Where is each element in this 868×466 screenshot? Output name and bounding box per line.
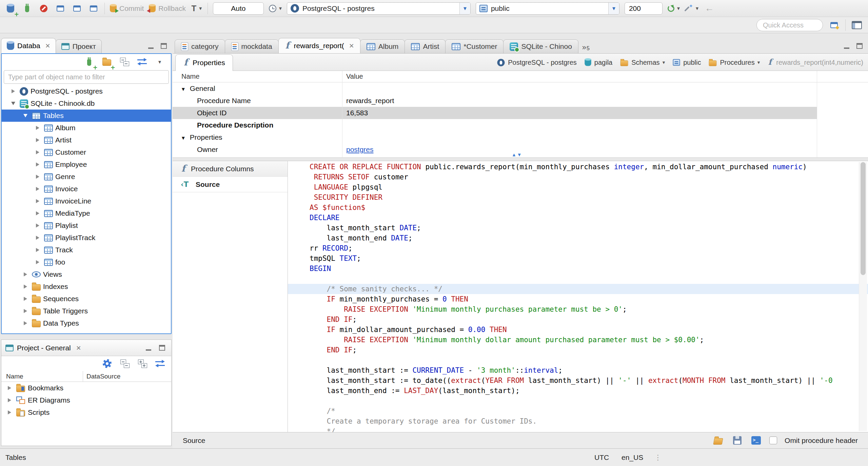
new-folder-button[interactable]: + xyxy=(101,55,113,69)
expand-arrow-icon[interactable] xyxy=(21,270,29,278)
active-connection-combo[interactable]: PostgreSQL - postgres xyxy=(287,2,471,15)
load-from-file-button[interactable] xyxy=(712,434,724,447)
editor-tab-customer[interactable]: *Customer xyxy=(445,39,504,53)
schema-dropdown-button[interactable] xyxy=(608,3,619,14)
collapse-all-button[interactable] xyxy=(119,357,131,370)
rollback-button[interactable]: Rollback xyxy=(149,2,186,15)
status-timezone[interactable]: UTC xyxy=(594,453,609,462)
connect-to-database-button[interactable]: + xyxy=(83,55,95,69)
minimize-button[interactable] xyxy=(842,42,852,51)
tree-item-data-types[interactable]: Data Types xyxy=(2,317,171,329)
expand-arrow-icon[interactable] xyxy=(34,246,42,254)
expand-arrow-icon[interactable] xyxy=(34,136,42,144)
new-sql-editor-button[interactable] xyxy=(55,2,66,15)
object-filter-input[interactable] xyxy=(4,70,169,84)
tree-item-track[interactable]: Track xyxy=(2,244,171,256)
commit-button[interactable]: Commit xyxy=(110,2,144,15)
grid-column-value[interactable]: Value xyxy=(342,73,363,80)
expand-arrow-icon[interactable] xyxy=(34,185,42,193)
open-in-sql-console-button[interactable] xyxy=(750,434,762,447)
new-connection-button[interactable]: + xyxy=(5,2,16,15)
expand-arrow-icon[interactable] xyxy=(21,307,29,315)
tree-item-table-triggers[interactable]: Table Triggers xyxy=(2,305,171,317)
tree-item-foo[interactable]: foo xyxy=(2,256,171,268)
breadcrumb-item-schemas[interactable]: Schemas▾ xyxy=(620,58,665,66)
tree-item-sqlite-chinook-db[interactable]: SQLite - Chinook.db xyxy=(2,97,171,110)
link-with-editor-button[interactable] xyxy=(136,55,148,69)
grid-column-name[interactable]: Name xyxy=(173,73,342,80)
collapse-arrow-icon[interactable] xyxy=(9,99,17,108)
editor-tab-rewards-report[interactable]: rewards_report( xyxy=(278,38,360,53)
link-with-editor-button[interactable] xyxy=(154,357,166,370)
transaction-mode-button[interactable]: T xyxy=(191,2,202,15)
minimize-button[interactable] xyxy=(146,42,156,51)
scrollbar-thumb[interactable] xyxy=(861,162,866,275)
tree-item-invoiceline[interactable]: InvoiceLine xyxy=(2,195,171,207)
tree-item-employee[interactable]: Employee xyxy=(2,158,171,171)
editor-tab-sqlite-chinoo[interactable]: SQLite - Chinoo xyxy=(503,39,578,53)
omit-procedure-header-label[interactable]: Omit procedure header xyxy=(785,436,858,445)
project-item-scripts[interactable]: Scripts xyxy=(1,406,171,419)
project-item-er-diagrams[interactable]: ER Diagrams xyxy=(1,394,171,406)
panel-sash-control[interactable]: ▲▼ xyxy=(512,152,522,157)
expand-arrow-icon[interactable] xyxy=(5,396,14,404)
tree-item-customer[interactable]: Customer xyxy=(2,146,171,158)
close-tab-icon[interactable] xyxy=(349,42,354,50)
tab-properties[interactable]: Properties xyxy=(175,54,233,71)
expand-arrow-icon[interactable] xyxy=(34,124,42,132)
auto-commit-selector[interactable]: Auto xyxy=(213,2,264,15)
editor-tab-album[interactable]: Album xyxy=(360,39,405,53)
maximize-button[interactable] xyxy=(854,42,865,51)
collapse-arrow-icon[interactable] xyxy=(181,133,186,141)
perspective-button[interactable] xyxy=(851,18,863,32)
tree-item-album[interactable]: Album xyxy=(2,122,171,134)
save-to-file-button[interactable] xyxy=(731,434,743,447)
property-row-procedure-name[interactable]: Procedure Namerewards_report xyxy=(173,95,868,107)
expand-all-button[interactable] xyxy=(137,357,148,370)
editor-tab-category[interactable]: category xyxy=(175,39,225,53)
breadcrumb-item-public[interactable]: public xyxy=(672,59,701,66)
view-menu-button[interactable] xyxy=(154,55,165,69)
minimize-button[interactable] xyxy=(143,344,154,352)
column-header-name[interactable]: Name xyxy=(1,373,23,380)
column-divider[interactable] xyxy=(342,71,342,157)
expand-arrow-icon[interactable] xyxy=(34,258,42,266)
property-row-procedure-description[interactable]: Procedure Description xyxy=(173,119,868,131)
tree-item-genre[interactable]: Genre xyxy=(2,171,171,183)
collapse-arrow-icon[interactable] xyxy=(21,112,29,120)
editor-tab-artist[interactable]: Artist xyxy=(405,39,446,53)
tree-item-playlisttrack[interactable]: PlaylistTrack xyxy=(2,232,171,244)
editor-tab-mockdata[interactable]: mockdata xyxy=(225,39,279,53)
status-locale[interactable]: en_US xyxy=(622,453,643,462)
property-row-general[interactable]: General xyxy=(173,82,868,95)
tab-database-navigator[interactable]: Databa xyxy=(1,38,56,53)
breadcrumb-item-postgresql-postgres[interactable]: PostgreSQL - postgres xyxy=(497,58,577,67)
expand-arrow-icon[interactable] xyxy=(34,221,42,230)
open-perspective-button[interactable] xyxy=(828,18,840,32)
breadcrumb-item-procedures[interactable]: Procedures▾ xyxy=(708,58,760,66)
collapse-all-button[interactable] xyxy=(119,55,130,69)
expand-arrow-icon[interactable] xyxy=(21,319,29,327)
tree-item-tables[interactable]: Tables xyxy=(2,110,171,122)
expand-arrow-icon[interactable] xyxy=(34,197,42,205)
expand-arrow-icon[interactable] xyxy=(34,173,42,181)
close-view-icon[interactable] xyxy=(76,344,81,352)
transaction-log-button[interactable] xyxy=(269,2,282,15)
maximize-button[interactable] xyxy=(157,344,167,352)
column-divider[interactable] xyxy=(817,71,817,157)
expand-arrow-icon[interactable] xyxy=(34,160,42,169)
expand-arrow-icon[interactable] xyxy=(34,148,42,156)
collapse-arrow-icon[interactable] xyxy=(181,84,186,93)
tree-item-artist[interactable]: Artist xyxy=(2,134,171,146)
refresh-rows-button[interactable] xyxy=(668,2,680,15)
expand-arrow-icon[interactable] xyxy=(5,408,14,416)
tree-item-playlist[interactable]: Playlist xyxy=(2,219,171,232)
expand-arrow-icon[interactable] xyxy=(9,87,17,95)
expand-arrow-icon[interactable] xyxy=(34,209,42,217)
side-tab-procedure-columns[interactable]: Procedure Columns xyxy=(173,161,288,177)
side-tab-source[interactable]: Source xyxy=(173,177,288,192)
omit-procedure-header-checkbox[interactable] xyxy=(769,436,777,444)
expand-arrow-icon[interactable] xyxy=(21,283,29,291)
status-overflow-icon[interactable] xyxy=(654,453,662,462)
project-item-bookmarks[interactable]: Bookmarks xyxy=(1,382,171,394)
